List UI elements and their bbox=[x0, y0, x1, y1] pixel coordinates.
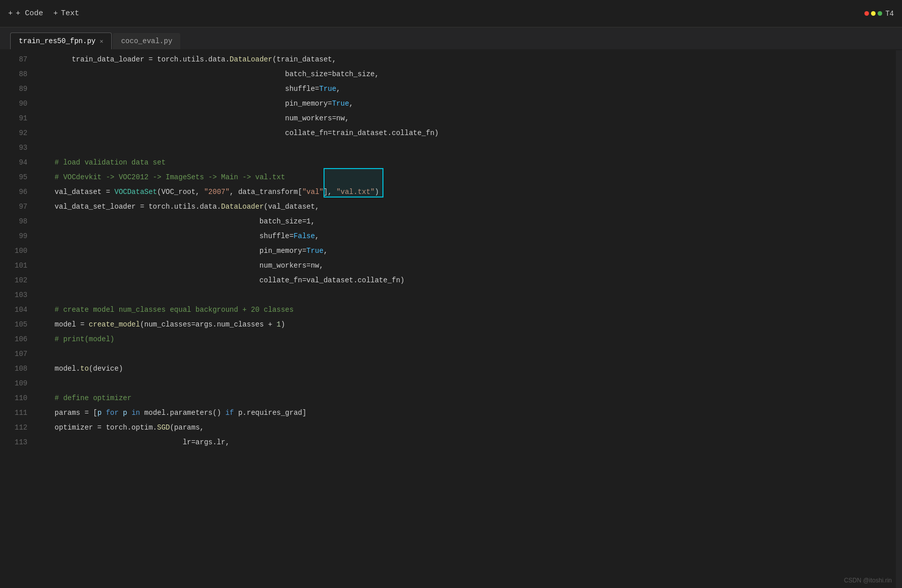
code-token: (params, bbox=[170, 420, 204, 435]
add-code-button[interactable]: + + Code bbox=[8, 9, 43, 18]
code-token: num_workers=nw, bbox=[38, 258, 324, 273]
line-number: 105 bbox=[0, 317, 27, 332]
line-number: 107 bbox=[0, 347, 27, 362]
dot-green bbox=[878, 11, 882, 16]
line-number: 93 bbox=[0, 141, 27, 155]
code-token: . bbox=[226, 52, 230, 67]
code-token: "val.txt" bbox=[336, 185, 375, 200]
code-editor: 8788899091929394959697989910010110210310… bbox=[0, 50, 902, 588]
code-token: collate_fn=train_dataset.collate_fn) bbox=[38, 126, 439, 141]
code-token: for bbox=[106, 406, 118, 420]
code-token: (device) bbox=[89, 362, 123, 376]
code-token: SGD bbox=[157, 420, 170, 435]
code-token: # create model num_classes equal backgro… bbox=[55, 303, 294, 317]
add-code-label: + Code bbox=[16, 9, 43, 18]
toolbar: + + Code + Text T4 bbox=[0, 0, 902, 27]
line-number: 95 bbox=[0, 170, 27, 185]
table-row: val_data_set_loader = torch.utils.data.D… bbox=[36, 200, 896, 214]
code-token: DataLoader bbox=[221, 200, 264, 214]
code-token bbox=[38, 170, 55, 185]
code-token: VOCDataSet bbox=[114, 185, 157, 200]
table-row bbox=[36, 141, 896, 155]
code-token bbox=[102, 406, 106, 420]
table-row: params = [p for p in model.parameters() … bbox=[36, 406, 896, 420]
runtime-indicator: T4 bbox=[864, 10, 894, 18]
code-token: utils bbox=[174, 200, 196, 214]
table-row: # load validation data set bbox=[36, 155, 896, 170]
code-token: . bbox=[196, 200, 200, 214]
add-text-button[interactable]: + Text bbox=[53, 9, 79, 18]
table-row: pin_memory=True, bbox=[36, 96, 896, 111]
code-token: model = bbox=[38, 317, 89, 332]
code-token: # VOCdevkit -> VOC2012 -> ImageSets -> M… bbox=[55, 170, 285, 185]
code-token: . bbox=[170, 200, 174, 214]
code-token: torch bbox=[148, 200, 170, 214]
code-token: num_workers=nw, bbox=[38, 111, 349, 126]
code-token: , data_transform[ bbox=[230, 185, 302, 200]
code-token: data bbox=[200, 200, 217, 214]
table-row: collate_fn=train_dataset.collate_fn) bbox=[36, 126, 896, 141]
code-token: shuffle= bbox=[38, 229, 294, 244]
plus-text-icon: + bbox=[53, 9, 58, 18]
table-row: batch_size=1, bbox=[36, 214, 896, 229]
code-token: . bbox=[178, 52, 182, 67]
line-number: 88 bbox=[0, 67, 27, 82]
watermark: CSDN @itoshi.rin bbox=[844, 577, 892, 584]
code-token: , bbox=[349, 96, 353, 111]
code-token: utils bbox=[183, 52, 204, 67]
table-row: val_dataset = VOCDataSet(VOC_root, "2007… bbox=[36, 185, 896, 200]
vertical-scrollbar[interactable] bbox=[896, 50, 902, 588]
code-token: p.requires_grad] bbox=[234, 406, 307, 420]
line-number: 113 bbox=[0, 435, 27, 450]
tab-coco-eval[interactable]: coco_eval.py bbox=[113, 33, 180, 49]
table-row: pin_memory=True, bbox=[36, 244, 896, 258]
line-number: 98 bbox=[0, 214, 27, 229]
code-token: model. bbox=[38, 362, 80, 376]
code-token: (train_dataset, bbox=[272, 52, 336, 67]
code-token: batch_size=1, bbox=[38, 214, 315, 229]
code-token: True bbox=[319, 82, 337, 96]
table-row: model = create_model(num_classes=args.nu… bbox=[36, 317, 896, 332]
dot-yellow bbox=[871, 11, 876, 16]
tab-train-res50[interactable]: train_res50_fpn.py ✕ bbox=[10, 32, 112, 49]
table-row: num_workers=nw, bbox=[36, 111, 896, 126]
code-token: DataLoader bbox=[230, 52, 272, 67]
code-token bbox=[38, 155, 55, 170]
code-token: ) bbox=[375, 185, 379, 200]
code-token: # load validation data set bbox=[55, 155, 166, 170]
table-row: lr=args.lr, bbox=[36, 435, 896, 450]
tab-coco-eval-label: coco_eval.py bbox=[121, 37, 172, 45]
code-token: params = [ bbox=[38, 406, 98, 420]
code-token: collate_fn=val_dataset.collate_fn) bbox=[38, 273, 405, 288]
tab-close-icon[interactable]: ✕ bbox=[100, 38, 103, 45]
code-token: "2007" bbox=[204, 185, 230, 200]
code-token: val_dataset = bbox=[38, 185, 114, 200]
line-number: 102 bbox=[0, 273, 27, 288]
line-number: 87 bbox=[0, 52, 27, 67]
table-row: shuffle=False, bbox=[36, 229, 896, 244]
code-token: torch bbox=[157, 52, 178, 67]
code-token: to bbox=[80, 362, 89, 376]
code-token: data bbox=[208, 52, 226, 67]
code-token bbox=[38, 391, 55, 406]
plus-code-icon: + bbox=[8, 9, 13, 18]
code-token: 1 bbox=[277, 317, 281, 332]
code-token: (val_dataset, bbox=[264, 200, 319, 214]
code-token: shuffle= bbox=[38, 82, 319, 96]
table-row: shuffle=True, bbox=[36, 82, 896, 96]
line-number: 110 bbox=[0, 391, 27, 406]
table-row bbox=[36, 347, 896, 362]
code-token: , bbox=[336, 82, 340, 96]
code-token: . bbox=[217, 200, 221, 214]
table-row: # create model num_classes equal backgro… bbox=[36, 303, 896, 317]
line-number: 89 bbox=[0, 82, 27, 96]
line-number: 100 bbox=[0, 244, 27, 258]
code-token: p bbox=[123, 406, 127, 420]
code-token: batch_size=batch_size, bbox=[38, 67, 379, 82]
code-area[interactable]: train_data_loader = torch.utils.data.Dat… bbox=[36, 50, 896, 588]
table-row bbox=[36, 288, 896, 303]
table-row: # define optimizer bbox=[36, 391, 896, 406]
code-token: train_data_loader = bbox=[38, 52, 157, 67]
line-number: 91 bbox=[0, 111, 27, 126]
code-token: lr=args.lr, bbox=[38, 435, 230, 450]
